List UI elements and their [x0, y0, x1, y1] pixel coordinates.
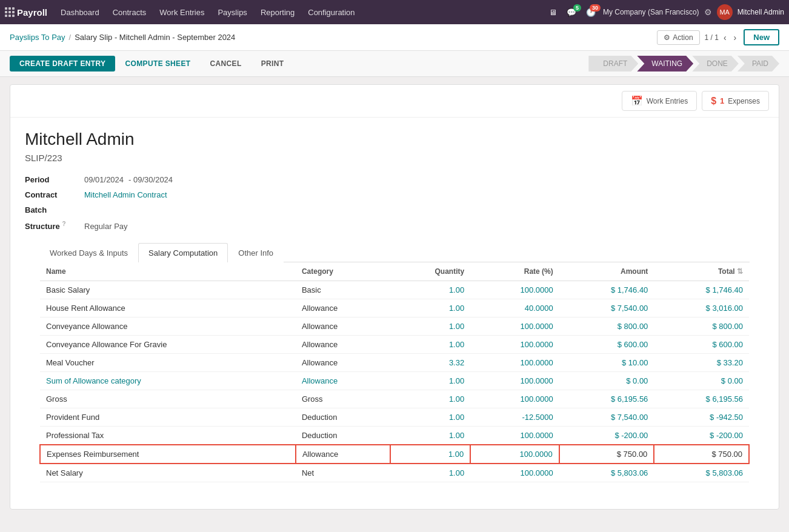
col-name: Name	[40, 262, 296, 281]
apps-icon[interactable]	[5, 7, 15, 17]
nav-payslips[interactable]: Payslips	[211, 4, 253, 21]
cell-rate: 100.0000	[470, 354, 559, 372]
cell-rate: 100.0000	[470, 318, 559, 336]
cell-category: Basic	[296, 281, 390, 299]
cell-quantity: 1.00	[390, 427, 470, 445]
breadcrumb-bar: Payslips To Pay / Salary Slip - Mitchell…	[0, 24, 789, 51]
cell-name: Net Salary	[40, 464, 296, 482]
cancel-button[interactable]: CANCEL	[201, 56, 251, 71]
gear-icon: ⚙	[664, 33, 670, 42]
nav-configuration[interactable]: Configuration	[302, 4, 361, 21]
contract-label: Contract	[25, 190, 79, 199]
tab-salary-computation[interactable]: Salary Computation	[138, 243, 228, 262]
cell-total: $ -942.50	[654, 408, 749, 427]
support-icon[interactable]: 🖥	[547, 5, 559, 19]
cell-quantity: 1.00	[390, 464, 470, 482]
cell-amount: $ 750.00	[559, 445, 654, 464]
tools-icon[interactable]: ⚙	[704, 7, 712, 17]
sort-icon[interactable]: ⇅	[737, 267, 743, 276]
tab-other-info[interactable]: Other Info	[228, 243, 284, 262]
cell-total: $ 3,016.00	[654, 299, 749, 318]
col-rate: Rate (%)	[470, 262, 559, 281]
table-row[interactable]: Sum of Allowance category Allowance 1.00…	[40, 372, 749, 390]
table-row[interactable]: Basic Salary Basic 1.00 100.0000 $ 1,746…	[40, 281, 749, 299]
cell-name: Basic Salary	[40, 281, 296, 299]
activities-badge: 30	[590, 4, 601, 12]
cell-amount: $ 7,540.00	[559, 299, 654, 318]
brand: Payroll	[17, 7, 47, 18]
cell-name[interactable]: Sum of Allowance category	[40, 372, 296, 390]
contract-value[interactable]: Mitchell Admin Contract	[84, 190, 167, 199]
cell-name: Provident Fund	[40, 408, 296, 427]
table-row[interactable]: Professional Tax Deduction 1.00 100.0000…	[40, 427, 749, 445]
tabs: Worked Days & Inputs Salary Computation …	[39, 243, 750, 262]
table-row[interactable]: Gross Gross 1.00 100.0000 $ 6,195.56 $ 6…	[40, 390, 749, 408]
table-row[interactable]: Meal Voucher Allowance 3.32 100.0000 $ 1…	[40, 354, 749, 372]
action-bar: CREATE DRAFT ENTRY COMPUTE SHEET CANCEL …	[0, 51, 789, 77]
cell-rate: 100.0000	[470, 372, 559, 390]
status-done[interactable]: DONE	[692, 56, 739, 71]
messages-icon[interactable]: 💬 5	[564, 5, 579, 19]
new-button[interactable]: New	[744, 29, 779, 45]
form-section: Mitchell Admin SLIP/223 Period 09/01/202…	[10, 118, 779, 509]
period-start[interactable]: 09/01/2024	[84, 175, 124, 184]
slip-number: SLIP/223	[25, 153, 764, 163]
avatar[interactable]: MA	[717, 4, 733, 20]
table-row[interactable]: Conveyance Allowance Allowance 1.00 100.…	[40, 318, 749, 336]
messages-badge: 5	[573, 4, 581, 12]
status-waiting[interactable]: WAITING	[637, 56, 693, 71]
print-button[interactable]: PRINT	[251, 56, 294, 71]
form-fields: Period 09/01/2024 - 09/30/2024 Contract …	[25, 175, 764, 231]
status-draft[interactable]: DRAFT	[588, 56, 638, 71]
cell-name: Conveyance Allowance For Gravie	[40, 336, 296, 354]
period-end: - 09/30/2024	[128, 175, 173, 184]
cell-quantity: 1.00	[390, 390, 470, 408]
main-content: 📅 Work Entries $ 1 Expenses Mitchell Adm…	[0, 77, 789, 530]
cell-category[interactable]: Allowance	[296, 372, 390, 390]
cell-amount: $ 5,803.06	[559, 464, 654, 482]
cell-category: Allowance	[296, 354, 390, 372]
table-row[interactable]: Provident Fund Deduction 1.00 -12.5000 $…	[40, 408, 749, 427]
user-name: Mitchell Admin	[737, 8, 784, 16]
nav-dashboard[interactable]: Dashboard	[55, 4, 105, 21]
nav-reporting[interactable]: Reporting	[255, 4, 301, 21]
next-button[interactable]: ›	[731, 32, 739, 44]
cell-amount: $ 600.00	[559, 336, 654, 354]
status-bar: DRAFT WAITING DONE PAID	[588, 56, 779, 71]
batch-label: Batch	[25, 205, 79, 214]
nav-work-entries[interactable]: Work Entries	[153, 4, 210, 21]
contract-row: Contract Mitchell Admin Contract	[25, 190, 764, 199]
company-name[interactable]: My Company (San Francisco)	[603, 8, 699, 16]
col-amount: Amount	[559, 262, 654, 281]
table-row[interactable]: Expenses Reimbursement Allowance 1.00 10…	[40, 445, 749, 464]
breadcrumb-right: ⚙ Action 1 / 1 ‹ › New	[657, 29, 779, 45]
compute-sheet-button[interactable]: COMPUTE SHEET	[115, 56, 200, 71]
create-draft-button[interactable]: CREATE DRAFT ENTRY	[10, 56, 115, 71]
cell-rate: 100.0000	[470, 427, 559, 445]
table-row[interactable]: House Rent Allowance Allowance 1.00 40.0…	[40, 299, 749, 318]
nav-right: 🖥 💬 5 🕐 30 My Company (San Francisco) ⚙ …	[547, 4, 784, 20]
breadcrumb-parent[interactable]: Payslips To Pay	[10, 33, 65, 42]
cell-total: $ 800.00	[654, 318, 749, 336]
table-row[interactable]: Net Salary Net 1.00 100.0000 $ 5,803.06 …	[40, 464, 749, 482]
cell-name: Gross	[40, 390, 296, 408]
table-row[interactable]: Conveyance Allowance For Gravie Allowanc…	[40, 336, 749, 354]
action-button[interactable]: ⚙ Action	[657, 30, 699, 45]
cell-category: Gross	[296, 390, 390, 408]
cell-category: Allowance	[296, 445, 390, 464]
nav-contracts[interactable]: Contracts	[107, 4, 153, 21]
main-card: 📅 Work Entries $ 1 Expenses Mitchell Adm…	[10, 84, 779, 510]
prev-button[interactable]: ‹	[721, 32, 729, 44]
cell-rate: 100.0000	[470, 390, 559, 408]
status-paid[interactable]: PAID	[737, 56, 779, 71]
structure-row: Structure ? Regular Pay	[25, 221, 764, 231]
cell-rate: 40.0000	[470, 299, 559, 318]
cell-total: $ 1,746.40	[654, 281, 749, 299]
tab-worked-days[interactable]: Worked Days & Inputs	[39, 243, 138, 262]
period-label: Period	[25, 175, 79, 184]
work-entries-button[interactable]: 📅 Work Entries	[622, 91, 697, 111]
activities-icon[interactable]: 🕐 30	[584, 5, 598, 19]
smart-buttons: 📅 Work Entries $ 1 Expenses	[10, 85, 779, 118]
expenses-button[interactable]: $ 1 Expenses	[702, 91, 769, 111]
cell-amount: $ 1,746.40	[559, 281, 654, 299]
